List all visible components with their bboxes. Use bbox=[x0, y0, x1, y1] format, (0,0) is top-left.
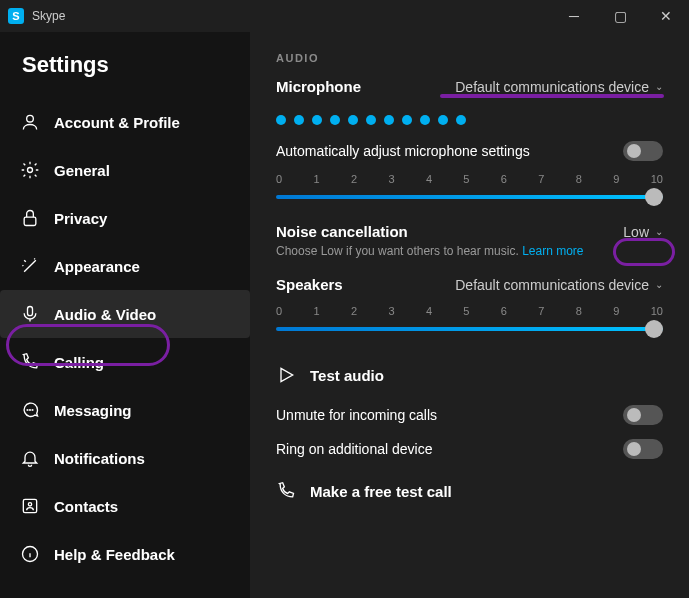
sidebar-item-audio-video[interactable]: Audio & Video bbox=[0, 290, 250, 338]
test-call-button[interactable]: Make a free test call bbox=[276, 471, 663, 511]
svg-point-1 bbox=[28, 168, 33, 173]
auto-adjust-toggle[interactable] bbox=[623, 141, 663, 161]
section-title: AUDIO bbox=[276, 52, 663, 64]
phone-icon bbox=[276, 481, 296, 501]
sidebar-item-help[interactable]: Help & Feedback bbox=[0, 530, 250, 578]
contacts-icon bbox=[20, 496, 40, 516]
sidebar-item-label: Audio & Video bbox=[54, 306, 156, 323]
tick: 6 bbox=[501, 305, 507, 317]
meter-dot bbox=[366, 115, 376, 125]
svg-rect-2 bbox=[24, 217, 36, 225]
sidebar-item-account[interactable]: Account & Profile bbox=[0, 98, 250, 146]
mic-volume-slider[interactable] bbox=[276, 187, 663, 207]
tick: 4 bbox=[426, 305, 432, 317]
tick: 7 bbox=[538, 305, 544, 317]
slider-thumb[interactable] bbox=[645, 188, 663, 206]
sidebar-item-label: Account & Profile bbox=[54, 114, 180, 131]
test-audio-button[interactable]: Test audio bbox=[276, 355, 663, 395]
sidebar-item-label: General bbox=[54, 162, 110, 179]
svg-point-0 bbox=[27, 115, 34, 122]
minimize-button[interactable]: ─ bbox=[551, 0, 597, 32]
tick: 0 bbox=[276, 305, 282, 317]
noise-cancellation-dropdown[interactable]: Low ⌄ bbox=[623, 224, 663, 240]
ring-toggle[interactable] bbox=[623, 439, 663, 459]
speaker-volume-slider-wrap: 012345678910 bbox=[276, 305, 663, 339]
microphone-icon bbox=[20, 304, 40, 324]
sidebar-item-label: Notifications bbox=[54, 450, 145, 467]
mic-volume-slider-wrap: 012345678910 bbox=[276, 173, 663, 207]
meter-dot bbox=[420, 115, 430, 125]
noise-cancellation-row: Noise cancellation Low ⌄ bbox=[276, 223, 663, 240]
chevron-down-icon: ⌄ bbox=[655, 279, 663, 290]
chevron-down-icon: ⌄ bbox=[655, 81, 663, 92]
action-label: Make a free test call bbox=[310, 483, 452, 500]
unmute-toggle[interactable] bbox=[623, 405, 663, 425]
speakers-row: Speakers Default communications device ⌄ bbox=[276, 276, 663, 293]
tick: 9 bbox=[613, 173, 619, 185]
tick: 4 bbox=[426, 173, 432, 185]
sidebar-item-privacy[interactable]: Privacy bbox=[0, 194, 250, 242]
dropdown-value: Low bbox=[623, 224, 649, 240]
toggle-knob bbox=[627, 144, 641, 158]
noise-help-text: Choose Low if you want others to hear mu… bbox=[276, 244, 663, 258]
tick: 8 bbox=[576, 173, 582, 185]
tick: 8 bbox=[576, 305, 582, 317]
gear-icon bbox=[20, 160, 40, 180]
svg-point-8 bbox=[28, 503, 31, 506]
svg-point-6 bbox=[32, 410, 33, 411]
meter-dot bbox=[402, 115, 412, 125]
sidebar-item-label: Calling bbox=[54, 354, 104, 371]
auto-adjust-row: Automatically adjust microphone settings bbox=[276, 141, 663, 161]
toggle-knob bbox=[627, 408, 641, 422]
speaker-volume-slider[interactable] bbox=[276, 319, 663, 339]
annotation-underline bbox=[440, 94, 664, 98]
sidebar: Settings Account & Profile General Priva… bbox=[0, 32, 250, 598]
sidebar-item-label: Help & Feedback bbox=[54, 546, 175, 563]
user-icon bbox=[20, 112, 40, 132]
tick: 5 bbox=[463, 305, 469, 317]
tick: 10 bbox=[651, 305, 663, 317]
window-title: Skype bbox=[32, 9, 551, 23]
maximize-button[interactable]: ▢ bbox=[597, 0, 643, 32]
sidebar-item-notifications[interactable]: Notifications bbox=[0, 434, 250, 482]
microphone-row: Microphone Default communications device… bbox=[276, 78, 663, 95]
slider-track bbox=[276, 327, 663, 331]
window-controls: ─ ▢ ✕ bbox=[551, 0, 689, 32]
ring-row: Ring on additional device bbox=[276, 439, 663, 459]
dropdown-value: Default communications device bbox=[455, 277, 649, 293]
tick: 0 bbox=[276, 173, 282, 185]
tick: 5 bbox=[463, 173, 469, 185]
sidebar-item-label: Messaging bbox=[54, 402, 132, 419]
meter-dot bbox=[330, 115, 340, 125]
meter-dot bbox=[276, 115, 286, 125]
slider-thumb[interactable] bbox=[645, 320, 663, 338]
chat-icon bbox=[20, 400, 40, 420]
svg-point-5 bbox=[30, 410, 31, 411]
microphone-device-dropdown[interactable]: Default communications device ⌄ bbox=[455, 79, 663, 95]
tick: 2 bbox=[351, 305, 357, 317]
svg-point-4 bbox=[27, 410, 28, 411]
chevron-down-icon: ⌄ bbox=[655, 226, 663, 237]
meter-dot bbox=[384, 115, 394, 125]
tick: 6 bbox=[501, 173, 507, 185]
slider-ticks: 012345678910 bbox=[276, 305, 663, 317]
unmute-row: Unmute for incoming calls bbox=[276, 405, 663, 425]
phone-icon bbox=[20, 352, 40, 372]
speakers-device-dropdown[interactable]: Default communications device ⌄ bbox=[455, 277, 663, 293]
meter-dot bbox=[438, 115, 448, 125]
sidebar-item-contacts[interactable]: Contacts bbox=[0, 482, 250, 530]
sidebar-item-appearance[interactable]: Appearance bbox=[0, 242, 250, 290]
close-button[interactable]: ✕ bbox=[643, 0, 689, 32]
tick: 2 bbox=[351, 173, 357, 185]
dropdown-value: Default communications device bbox=[455, 79, 649, 95]
info-icon bbox=[20, 544, 40, 564]
main-panel: AUDIO Microphone Default communications … bbox=[250, 32, 689, 598]
titlebar: S Skype ─ ▢ ✕ bbox=[0, 0, 689, 32]
unmute-label: Unmute for incoming calls bbox=[276, 407, 437, 423]
tick: 1 bbox=[313, 173, 319, 185]
sidebar-item-general[interactable]: General bbox=[0, 146, 250, 194]
sidebar-item-calling[interactable]: Calling bbox=[0, 338, 250, 386]
tick: 3 bbox=[388, 173, 394, 185]
learn-more-link[interactable]: Learn more bbox=[522, 244, 583, 258]
sidebar-item-messaging[interactable]: Messaging bbox=[0, 386, 250, 434]
